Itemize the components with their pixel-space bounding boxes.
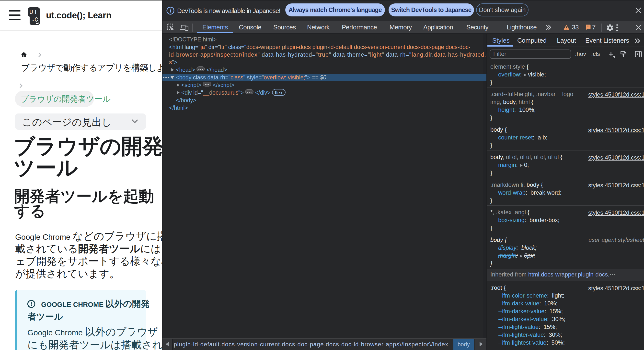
svg-text:C: C (34, 17, 38, 24)
